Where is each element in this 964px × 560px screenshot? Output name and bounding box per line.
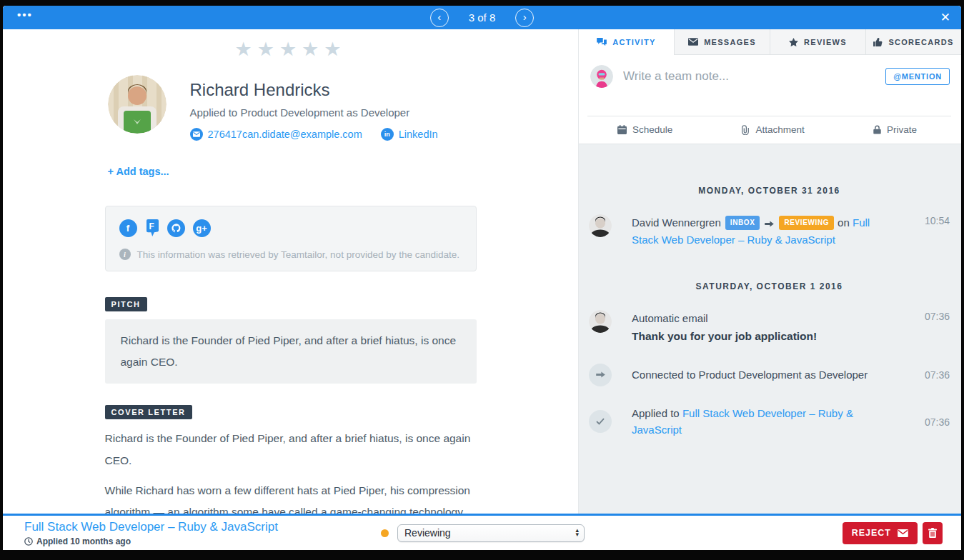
candidate-modal: ••• ‹ 3 of 8 › ✕ ★★★★★ <box>3 6 961 550</box>
stage-status-control: Reviewing ▴ ▾ <box>381 524 585 542</box>
chevron-right-icon: › <box>523 11 527 22</box>
footer-job-link[interactable]: Full Stack Web Developer – Ruby & JavaSc… <box>24 520 278 534</box>
star-icon[interactable]: ★ <box>234 39 257 60</box>
envelope-icon <box>688 38 698 46</box>
tab-label: SCORECARDS <box>888 38 953 46</box>
contact-row: 276417can.didate@example.com in LinkedIn <box>190 128 438 141</box>
schedule-button[interactable]: Schedule <box>617 124 672 135</box>
social-disclaimer: i This information was retrieved by Team… <box>119 249 462 260</box>
email-entry-subject[interactable]: Thank you for your job application! <box>632 328 898 345</box>
arrow-right-icon <box>589 364 612 386</box>
delete-button[interactable] <box>923 522 943 544</box>
star-icon[interactable]: ★ <box>302 39 324 60</box>
entry-text-prefix: Applied to <box>632 407 682 419</box>
entry-time: 07:36 <box>918 310 950 345</box>
entry-time: 10:54 <box>918 214 950 249</box>
private-toggle-button[interactable]: Private <box>873 124 917 135</box>
rating-stars[interactable]: ★★★★★ <box>105 38 477 61</box>
actor-avatar <box>589 310 612 333</box>
next-candidate-button[interactable]: › <box>515 9 534 27</box>
stage-select-value: Reviewing <box>404 527 451 539</box>
close-button[interactable]: ✕ <box>940 10 950 25</box>
overflow-menu-icon[interactable]: ••• <box>17 9 33 21</box>
reject-label: REJECT <box>852 528 891 538</box>
modal-topbar: ••• ‹ 3 of 8 › ✕ <box>3 6 961 29</box>
arrow-right-icon <box>765 217 774 229</box>
linkedin-link[interactable]: in LinkedIn <box>381 128 438 141</box>
stage-badge-inbox: INBOX <box>725 216 760 231</box>
check-icon <box>589 410 612 433</box>
activity-feed: MONDAY, OCTOBER 31 2016 <box>579 144 961 514</box>
mention-button[interactable]: @MENTION <box>885 68 950 85</box>
feed-entry-applied: Applied to Full Stack Web Developer – Ru… <box>589 405 950 439</box>
foursquare-icon[interactable]: F <box>145 219 159 237</box>
email-link[interactable]: 276417can.didate@example.com <box>190 128 362 141</box>
entry-text: David WennergrenINBOXREVIEWINGon Full St… <box>632 214 898 249</box>
job-status-footer: Full Stack Web Developer – Ruby & JavaSc… <box>3 514 961 550</box>
candidate-pager: ‹ 3 of 8 › <box>430 9 535 27</box>
candidate-avatar <box>108 75 167 134</box>
tab-label: REVIEWS <box>804 38 847 46</box>
feed-entry-email: Automatic email Thank you for your job a… <box>589 310 950 345</box>
cover-letter-text: Richard is the Founder of Pied Piper, an… <box>105 428 477 514</box>
profile-header: Richard Hendricks Applied to Product Dev… <box>105 75 477 141</box>
current-user-avatar <box>590 65 613 88</box>
tab-reviews[interactable]: REVIEWS <box>770 29 865 55</box>
note-composer: @MENTION Schedule Attachment <box>579 55 961 144</box>
footer-applied: Applied 10 months ago <box>24 536 278 546</box>
linkedin-text: LinkedIn <box>399 129 438 140</box>
foursquare-glyph: F <box>149 221 154 231</box>
attachment-button[interactable]: Attachment <box>741 124 804 135</box>
add-tags-button[interactable]: + Add tags... <box>105 166 477 177</box>
candidate-applied-line: Applied to Product Development as Develo… <box>190 106 438 119</box>
tab-scorecards[interactable]: SCORECARDS <box>865 29 961 55</box>
panel-tabs: ACTIVITY MESSAGES REVIEWS <box>579 29 961 55</box>
linkedin-icon: in <box>381 128 394 141</box>
entry-time: 07:36 <box>918 416 950 428</box>
star-icon[interactable]: ★ <box>324 39 346 60</box>
star-icon[interactable]: ★ <box>257 39 279 60</box>
cover-letter-paragraph: Richard is the Founder of Pied Piper, an… <box>105 428 477 471</box>
facebook-icon[interactable]: f <box>119 219 137 237</box>
github-icon[interactable] <box>167 219 185 237</box>
stage-select[interactable]: Reviewing ▴ ▾ <box>397 524 585 542</box>
pitch-section-label: PITCH <box>105 297 147 311</box>
chevron-left-icon: ‹ <box>437 11 441 22</box>
feed-entry-stage-change: David WennergrenINBOXREVIEWINGon Full St… <box>589 214 950 249</box>
previous-candidate-button[interactable]: ‹ <box>430 9 449 27</box>
candidate-profile-panel: ★★★★★ <box>3 29 578 514</box>
chat-bubbles-icon <box>597 38 607 46</box>
feed-entry-connected: Connected to Product Development as Deve… <box>589 364 950 386</box>
attachment-label: Attachment <box>755 124 804 135</box>
team-note-input[interactable] <box>623 69 875 84</box>
tab-messages[interactable]: MESSAGES <box>674 29 770 55</box>
footer-applied-text: Applied 10 months ago <box>36 536 131 546</box>
pager-count: 3 of 8 <box>469 11 496 24</box>
feed-date-header: MONDAY, OCTOBER 31 2016 <box>589 144 950 196</box>
email-entry-title: Automatic email <box>632 310 898 326</box>
thumbs-up-icon <box>873 38 883 46</box>
activity-panel: ACTIVITY MESSAGES REVIEWS <box>578 29 961 514</box>
reject-button[interactable]: REJECT <box>843 522 918 544</box>
select-down-arrow: ▾ <box>575 533 579 537</box>
profile-identity: Richard Hendricks Applied to Product Dev… <box>190 75 438 141</box>
tab-activity[interactable]: ACTIVITY <box>579 29 674 55</box>
clock-icon <box>24 537 33 546</box>
select-arrows-icon: ▴ ▾ <box>575 529 579 536</box>
cover-letter-paragraph: While Richard has worn a few different h… <box>105 480 477 514</box>
entry-text: Applied to Full Stack Web Developer – Ru… <box>632 405 898 439</box>
calendar-icon <box>617 125 627 134</box>
candidate-name: Richard Hendricks <box>190 80 438 100</box>
actor-name: David Wennergren <box>632 216 721 229</box>
star-icon[interactable]: ★ <box>279 39 302 60</box>
stage-badge-reviewing: REVIEWING <box>779 216 834 231</box>
google-plus-icon[interactable]: g+ <box>193 219 211 237</box>
tab-label: ACTIVITY <box>612 38 656 46</box>
entry-text: Connected to Product Development as Deve… <box>632 366 898 383</box>
social-disclaimer-text: This information was retrieved by Teamta… <box>137 249 460 260</box>
composer-actions: Schedule Attachment Private <box>579 116 961 143</box>
email-icon <box>190 128 203 141</box>
entry-text: Automatic email Thank you for your job a… <box>632 310 898 345</box>
schedule-label: Schedule <box>632 124 672 135</box>
entry-time: 07:36 <box>918 369 950 381</box>
